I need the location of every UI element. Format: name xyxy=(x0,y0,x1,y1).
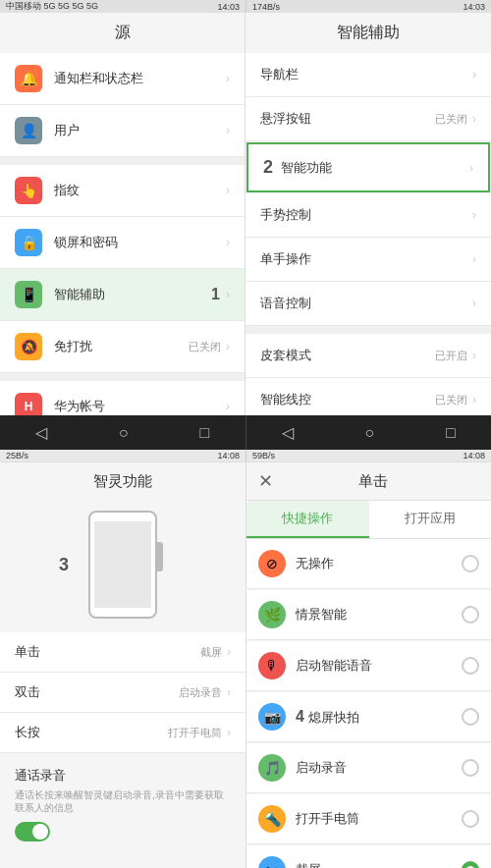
smartwire-chevron: › xyxy=(472,393,476,407)
right-item-navbar[interactable]: 导航栏 › xyxy=(246,53,491,97)
right-item-onehand[interactable]: 单手操作 › xyxy=(246,238,491,282)
settings-list: 🔔 通知栏和状态栏 › 👤 用户 › 👆 指纹 › 🔒 锁屏和密码 › � xyxy=(0,53,245,415)
right-item-gesture[interactable]: 手势控制 › xyxy=(246,193,491,238)
lock-icon: 🔒 xyxy=(15,229,42,256)
nodisturb-value: 已关闭 xyxy=(189,340,221,354)
smartscene-icon: 🌿 xyxy=(258,601,286,628)
action-list: ⊘ 无操作 🌿 情景智能 🎙 启动智能语音 📷 4熄屏快拍 xyxy=(246,539,491,868)
action-smartscene[interactable]: 🌿 情景智能 xyxy=(246,590,491,640)
screencap-label: 截屏 xyxy=(296,861,462,868)
floatbtn-label: 悬浮按钮 xyxy=(260,110,435,128)
recent-button[interactable]: □ xyxy=(191,416,217,450)
huawei-chevron: › xyxy=(226,400,230,413)
smartassist-panel: 智能辅助 导航栏 › 悬浮按钮 已关闭 › 2 智能功能 › 手势控制 › 单手… xyxy=(246,13,491,415)
label-num-2: 2 xyxy=(263,157,273,178)
action-screenshot[interactable]: 📷 4熄屏快拍 xyxy=(246,692,491,742)
smartfunc-label: 智能功能 xyxy=(281,159,469,177)
settings-item-user[interactable]: 👤 用户 › xyxy=(0,105,245,157)
settings-item-lock[interactable]: 🔒 锁屏和密码 › xyxy=(0,217,245,269)
screencap-radio[interactable] xyxy=(462,861,479,868)
tab-quick[interactable]: 快捷操作 xyxy=(246,501,369,538)
tab-openapp[interactable]: 打开应用 xyxy=(369,501,492,538)
none-radio[interactable] xyxy=(462,555,479,572)
settings-item-notif[interactable]: 🔔 通知栏和状态栏 › xyxy=(0,53,245,105)
home-button-r[interactable]: ○ xyxy=(357,416,383,450)
home-button[interactable]: ○ xyxy=(111,416,136,450)
flashlight-radio[interactable] xyxy=(462,810,479,828)
onehand-chevron: › xyxy=(472,252,476,266)
right-item-cover[interactable]: 皮套模式 已开启 › xyxy=(246,334,491,378)
status-bottom-right-l: 59B/s xyxy=(252,451,275,461)
action-record[interactable]: 🎵 启动录音 xyxy=(246,743,491,793)
action-smartvoice[interactable]: 🎙 启动智能语音 xyxy=(246,641,491,691)
floatbtn-value: 已关闭 xyxy=(435,112,467,127)
status-left-top2: 174B/s xyxy=(252,2,280,12)
voice-record-toggle[interactable] xyxy=(15,822,50,841)
settings-item-huawei[interactable]: H 华为帐号 › xyxy=(0,381,245,415)
cover-value: 已开启 xyxy=(435,349,467,363)
fingerprint-chevron: › xyxy=(226,184,230,197)
gesture-single[interactable]: 单击 截屏 › xyxy=(0,632,246,673)
status-bottom-left-l: 25B/s xyxy=(6,451,28,461)
fingerprint-icon: 👆 xyxy=(15,177,42,204)
cover-chevron: › xyxy=(472,349,476,362)
nodisturb-icon: 🔕 xyxy=(15,333,42,360)
action-flashlight[interactable]: 🔦 打开手电筒 xyxy=(246,794,491,844)
gesture-list: 单击 截屏 › 双击 启动录音 › 长按 打开手电筒 › xyxy=(0,632,246,753)
smart-feature-title: 智灵功能 xyxy=(0,462,246,501)
close-button[interactable]: ✕ xyxy=(258,470,273,492)
action-none[interactable]: ⊘ 无操作 xyxy=(246,539,491,589)
smartscene-radio[interactable] xyxy=(462,606,479,624)
user-chevron: › xyxy=(226,124,230,137)
user-icon: 👤 xyxy=(15,117,42,144)
smartassist-panel-title: 智能辅助 xyxy=(246,13,491,53)
screenshot-radio[interactable] xyxy=(462,708,479,726)
voice-record-title: 通话录音 xyxy=(15,767,231,785)
smartfunc-chevron: › xyxy=(469,161,473,175)
status-right-top2: 14:03 xyxy=(463,2,485,12)
screenshot-label: 4熄屏快拍 xyxy=(296,708,462,727)
right-item-smartwire[interactable]: 智能线控 已关闭 › xyxy=(246,378,491,415)
single-chevron: › xyxy=(227,645,231,659)
flashlight-icon: 🔦 xyxy=(258,805,286,833)
label-num-3: 3 xyxy=(59,555,69,575)
phone-illustration: 3 xyxy=(0,501,246,628)
voice-record-section: 通话录音 通话长按来唤醒智灵键启动录音,录音中需要获取联系人的信息 xyxy=(0,757,246,851)
settings-item-fingerprint[interactable]: 👆 指纹 › xyxy=(0,165,245,217)
navbar-chevron: › xyxy=(472,68,476,81)
none-label: 无操作 xyxy=(296,555,462,572)
right-item-floatbtn[interactable]: 悬浮按钮 已关闭 › xyxy=(246,97,491,141)
smartvoice-label: 启动智能语音 xyxy=(296,657,462,675)
back-button-r[interactable]: ◁ xyxy=(274,415,301,450)
single-click-header: ✕ 单击 xyxy=(246,462,491,501)
none-icon: ⊘ xyxy=(258,550,286,577)
screencap-icon: ✂ xyxy=(258,856,286,868)
status-right-top: 14:03 xyxy=(217,2,240,12)
smartvoice-radio[interactable] xyxy=(462,657,479,675)
lock-label: 锁屏和密码 xyxy=(54,234,226,251)
long-value: 打开手电筒 xyxy=(168,726,222,740)
record-radio[interactable] xyxy=(462,759,479,777)
voice-label: 语音控制 xyxy=(260,295,472,312)
action-screencap[interactable]: ✂ 截屏 xyxy=(246,845,491,868)
gesture-long[interactable]: 长按 打开手电筒 › xyxy=(0,713,246,753)
phone-mock-container: 3 xyxy=(88,511,157,619)
nav-left: ◁ ○ □ xyxy=(0,415,246,450)
back-button[interactable]: ◁ xyxy=(27,415,55,450)
floatbtn-chevron: › xyxy=(472,112,476,126)
right-item-smartfunc[interactable]: 2 智能功能 › xyxy=(246,142,490,192)
settings-item-nodisturb[interactable]: 🔕 免打扰 已关闭 › xyxy=(0,321,245,373)
settings-item-smartassist[interactable]: 📱 智能辅助 1 › xyxy=(0,269,245,321)
smart-feature-panel: 智灵功能 3 单击 截屏 › 双击 启动录音 › 长按 xyxy=(0,462,246,868)
right-item-voice[interactable]: 语音控制 › xyxy=(246,282,491,326)
record-icon: 🎵 xyxy=(258,754,286,782)
phone-side-btn xyxy=(155,542,163,571)
single-value: 截屏 xyxy=(200,645,222,660)
cover-label: 皮套模式 xyxy=(260,347,435,364)
fingerprint-label: 指纹 xyxy=(54,182,226,199)
smartwire-value: 已关闭 xyxy=(435,393,467,407)
notif-chevron: › xyxy=(226,72,230,85)
lock-chevron: › xyxy=(226,236,230,249)
recent-button-r[interactable]: □ xyxy=(438,416,464,450)
gesture-double[interactable]: 双击 启动录音 › xyxy=(0,673,246,713)
